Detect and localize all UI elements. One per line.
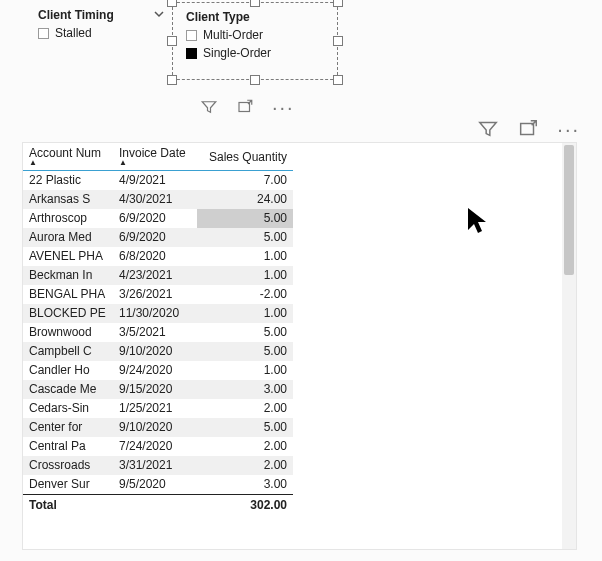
- slicer-item-single-order[interactable]: Single-Order: [184, 44, 342, 62]
- cell-sales-qty[interactable]: 1.00: [197, 361, 293, 380]
- cell-invoice-date[interactable]: 9/10/2020: [113, 418, 197, 437]
- cell-account[interactable]: 22 Plastic: [23, 170, 113, 190]
- cell-account[interactable]: Beckman In: [23, 266, 113, 285]
- cell-sales-qty[interactable]: 5.00: [197, 418, 293, 437]
- cell-invoice-date[interactable]: 1/25/2021: [113, 399, 197, 418]
- cell-invoice-date[interactable]: 6/9/2020: [113, 209, 197, 228]
- slicer-item-multi-order[interactable]: Multi-Order: [184, 26, 342, 44]
- table-row[interactable]: Beckman In4/23/20211.00: [23, 266, 293, 285]
- cell-sales-qty[interactable]: 1.00: [197, 266, 293, 285]
- cell-sales-qty[interactable]: 5.00: [197, 228, 293, 247]
- table-row[interactable]: BENGAL PHA3/26/2021-2.00: [23, 285, 293, 304]
- cell-invoice-date[interactable]: 4/30/2021: [113, 190, 197, 209]
- cell-sales-qty[interactable]: 7.00: [197, 170, 293, 190]
- cell-invoice-date[interactable]: 9/24/2020: [113, 361, 197, 380]
- cell-account[interactable]: BENGAL PHA: [23, 285, 113, 304]
- cell-account[interactable]: Center for: [23, 418, 113, 437]
- cell-account[interactable]: Candler Ho: [23, 361, 113, 380]
- table-visual[interactable]: Account Num▲ Invoice Date▲ Sales Quantit…: [22, 142, 577, 550]
- sort-asc-icon: ▲: [29, 159, 107, 168]
- filter-icon[interactable]: [200, 98, 218, 116]
- checkbox-icon[interactable]: [38, 28, 49, 39]
- cell-sales-qty[interactable]: 3.00: [197, 475, 293, 495]
- cell-account[interactable]: Crossroads: [23, 456, 113, 475]
- cell-account[interactable]: Cedars-Sin: [23, 399, 113, 418]
- cell-account[interactable]: Arkansas S: [23, 190, 113, 209]
- cell-account[interactable]: Arthroscop: [23, 209, 113, 228]
- slicer-header[interactable]: Client Type: [184, 10, 342, 26]
- cell-invoice-date[interactable]: 6/9/2020: [113, 228, 197, 247]
- cell-invoice-date[interactable]: 7/24/2020: [113, 437, 197, 456]
- cell-sales-qty[interactable]: 5.00: [197, 323, 293, 342]
- cell-sales-qty[interactable]: 5.00: [197, 342, 293, 361]
- table-row[interactable]: Cascade Me9/15/20203.00: [23, 380, 293, 399]
- cell-invoice-date[interactable]: 3/26/2021: [113, 285, 197, 304]
- cell-account[interactable]: Central Pa: [23, 437, 113, 456]
- table-row[interactable]: Center for9/10/20205.00: [23, 418, 293, 437]
- table-row[interactable]: Brownwood3/5/20215.00: [23, 323, 293, 342]
- table-row[interactable]: Arkansas S4/30/202124.00: [23, 190, 293, 209]
- table-row[interactable]: Candler Ho9/24/20201.00: [23, 361, 293, 380]
- cell-account[interactable]: Aurora Med: [23, 228, 113, 247]
- cell-account[interactable]: Brownwood: [23, 323, 113, 342]
- slicer-item-label: Stalled: [55, 26, 92, 40]
- cell-invoice-date[interactable]: 9/5/2020: [113, 475, 197, 495]
- slicer-title: Client Timing: [38, 8, 114, 22]
- vertical-scrollbar[interactable]: [562, 143, 576, 549]
- cell-invoice-date[interactable]: 6/8/2020: [113, 247, 197, 266]
- cell-sales-qty[interactable]: 2.00: [197, 399, 293, 418]
- filter-icon[interactable]: [477, 118, 499, 140]
- column-header-invoice-date[interactable]: Invoice Date▲: [113, 143, 197, 170]
- data-table: Account Num▲ Invoice Date▲ Sales Quantit…: [23, 143, 293, 514]
- cell-sales-qty[interactable]: 1.00: [197, 247, 293, 266]
- cell-sales-qty[interactable]: 2.00: [197, 456, 293, 475]
- slicer-header[interactable]: Client Timing: [36, 8, 166, 24]
- resize-handle[interactable]: [167, 75, 177, 85]
- total-label: Total: [23, 494, 113, 514]
- cell-sales-qty[interactable]: -2.00: [197, 285, 293, 304]
- cell-sales-qty[interactable]: 24.00: [197, 190, 293, 209]
- table-row[interactable]: Central Pa7/24/20202.00: [23, 437, 293, 456]
- column-header-account[interactable]: Account Num▲: [23, 143, 113, 170]
- slicer-client-timing[interactable]: Client Timing Stalled: [36, 8, 166, 42]
- cell-account[interactable]: Denver Sur: [23, 475, 113, 495]
- cell-invoice-date[interactable]: 9/10/2020: [113, 342, 197, 361]
- column-header-sales-qty[interactable]: Sales Quantity: [197, 143, 293, 170]
- focus-mode-icon[interactable]: [236, 98, 254, 116]
- table-row[interactable]: Crossroads3/31/20212.00: [23, 456, 293, 475]
- cell-invoice-date[interactable]: 4/9/2021: [113, 170, 197, 190]
- cell-account[interactable]: Campbell C: [23, 342, 113, 361]
- table-row[interactable]: Aurora Med6/9/20205.00: [23, 228, 293, 247]
- table-row[interactable]: Denver Sur9/5/20203.00: [23, 475, 293, 495]
- cell-sales-qty[interactable]: 2.00: [197, 437, 293, 456]
- mouse-cursor-icon: [466, 206, 490, 236]
- resize-handle[interactable]: [250, 75, 260, 85]
- table-row[interactable]: AVENEL PHA6/8/20201.00: [23, 247, 293, 266]
- table-row[interactable]: BLOCKED PE11/30/20201.00: [23, 304, 293, 323]
- cell-invoice-date[interactable]: 4/23/2021: [113, 266, 197, 285]
- cell-account[interactable]: Cascade Me: [23, 380, 113, 399]
- sort-asc-icon: ▲: [119, 159, 191, 168]
- chevron-down-icon[interactable]: [154, 9, 164, 21]
- checkbox-icon[interactable]: [186, 30, 197, 41]
- cell-invoice-date[interactable]: 3/31/2021: [113, 456, 197, 475]
- table-row[interactable]: Campbell C9/10/20205.00: [23, 342, 293, 361]
- focus-mode-icon[interactable]: [517, 118, 539, 140]
- scrollbar-thumb[interactable]: [564, 145, 574, 275]
- cell-account[interactable]: AVENEL PHA: [23, 247, 113, 266]
- cell-sales-qty[interactable]: 1.00: [197, 304, 293, 323]
- cell-sales-qty[interactable]: 3.00: [197, 380, 293, 399]
- cell-invoice-date[interactable]: 11/30/2020: [113, 304, 197, 323]
- cell-account[interactable]: BLOCKED PE: [23, 304, 113, 323]
- slicer-client-type[interactable]: Client Type Multi-Order Single-Order: [176, 4, 350, 72]
- cell-invoice-date[interactable]: 9/15/2020: [113, 380, 197, 399]
- slicer-item-stalled[interactable]: Stalled: [36, 24, 166, 42]
- table-row[interactable]: 22 Plastic4/9/20217.00: [23, 170, 293, 190]
- checkbox-filled-icon[interactable]: [186, 48, 197, 59]
- cell-sales-qty[interactable]: 5.00: [197, 209, 293, 228]
- table-row[interactable]: Arthroscop6/9/20205.00: [23, 209, 293, 228]
- resize-handle[interactable]: [333, 75, 343, 85]
- table-row[interactable]: Cedars-Sin1/25/20212.00: [23, 399, 293, 418]
- cell-invoice-date[interactable]: 3/5/2021: [113, 323, 197, 342]
- total-value: 302.00: [197, 494, 293, 514]
